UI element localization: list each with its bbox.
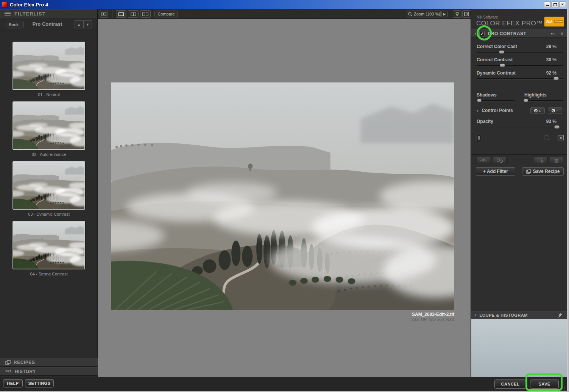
compare-button[interactable]: Compare	[154, 11, 178, 17]
shadows-track[interactable]	[477, 100, 514, 101]
slider-thumb[interactable]	[500, 64, 505, 67]
current-filter-title: Pro Contrast	[23, 21, 72, 27]
preset-thumbnail-dynamic-contrast[interactable]	[12, 161, 85, 210]
slider-value: 29 %	[543, 44, 557, 49]
minimize-button[interactable]	[544, 2, 551, 7]
slider-track[interactable]	[477, 78, 563, 79]
show-panel-button[interactable]	[462, 10, 471, 18]
prev-filter-button[interactable]: ▲	[75, 20, 83, 28]
loupe-histogram-header[interactable]: ▼ LOUPE & HISTOGRAM	[471, 311, 567, 319]
close-button[interactable]: ×	[559, 2, 566, 7]
bottom-bar: HELP SETTINGS CANCEL SAVE	[0, 377, 567, 392]
back-button[interactable]: Back	[4, 21, 23, 28]
filter-settings-panel: Nik Software COLOR EFEX PRO™ 4 Nik Softw…	[471, 9, 567, 377]
settings-button[interactable]: SETTINGS	[25, 379, 54, 387]
slider-label: Correct Color Cast	[477, 44, 517, 49]
recipes-icon	[5, 360, 11, 365]
opacity-thumb[interactable]	[554, 125, 560, 129]
highlights-label: Highlights	[524, 92, 547, 98]
slider-value: 92 %	[543, 70, 557, 76]
photo-preview[interactable]	[111, 82, 454, 310]
preset-thumbnail-auto-enhance[interactable]	[12, 101, 85, 150]
brush-button[interactable]	[477, 157, 490, 164]
single-view-button[interactable]	[116, 10, 126, 18]
lightbulb-button[interactable]	[453, 10, 461, 18]
trash-icon	[550, 157, 563, 164]
slider-label: Dynamic Contrast	[477, 70, 516, 76]
filterlist-header[interactable]: FILTERLIST	[0, 9, 97, 18]
control-points-triangle-icon[interactable]: ▼	[476, 109, 479, 113]
shadows-thumb[interactable]	[477, 99, 482, 102]
brush-icon	[477, 157, 490, 164]
image-canvas[interactable]: SAM_2603-Edit-2.tif 28.0 MP, ISO 100, NX…	[98, 19, 471, 377]
image-filename: SAM_2603-Edit-2.tif	[111, 312, 454, 317]
nik-logo: Nik Software	[544, 17, 564, 26]
preset-thumbnail-neutral[interactable]	[12, 42, 85, 90]
add-control-point-button[interactable]: +	[530, 107, 545, 114]
recipes-label: RECIPES	[14, 360, 35, 365]
save-recipe-button[interactable]: Save Recipe	[522, 167, 564, 176]
loupe-header-label: LOUPE & HISTOGRAM	[479, 313, 527, 317]
app-icon	[2, 2, 8, 8]
filterlist-panel: FILTERLIST Back Pro Contrast ▲ ▼ Search …	[0, 9, 98, 377]
image-fileinfo: 28.0 MP, ISO 100, NX1	[111, 317, 454, 322]
copy-filter-button[interactable]	[534, 157, 547, 164]
preset-thumbnail-strong-contrast[interactable]	[12, 221, 85, 269]
history-bar[interactable]: ≡↺ HISTORY	[0, 367, 98, 376]
single-view-icon	[118, 12, 124, 16]
window-title: Color Efex Pro 4	[10, 2, 48, 8]
remove-filter-icon[interactable]: ×	[560, 31, 563, 36]
opacity-value: 93 %	[543, 119, 557, 124]
shadows-label: Shadows	[477, 92, 497, 98]
filter-menu-icon[interactable]: ▾≡	[551, 32, 555, 36]
recipes-bar[interactable]: RECIPES	[0, 358, 98, 367]
panel-arrow-icon	[101, 12, 106, 16]
highlights-track[interactable]	[524, 100, 563, 101]
history-label: HISTORY	[15, 369, 36, 374]
next-filter-button[interactable]: ▼	[83, 20, 92, 28]
side-by-side-icon	[142, 12, 148, 16]
window-frame-edge	[567, 9, 569, 392]
mask-preview-icon[interactable]	[544, 135, 549, 140]
delete-filter-button[interactable]	[550, 157, 563, 164]
app-window: Color Efex Pro 4 × FILTERLIST Back Pro C…	[0, 0, 569, 392]
slider-track[interactable]	[477, 65, 563, 66]
zoom-control[interactable]: Zoom (100 %)	[406, 11, 441, 17]
copy-icon	[534, 157, 547, 164]
slider-thumb[interactable]	[553, 77, 559, 80]
loupe-preview[interactable]	[471, 319, 567, 377]
highlights-thumb[interactable]	[524, 99, 528, 102]
hide-panel-button[interactable]	[100, 10, 108, 18]
annotation-circle-checkbox	[477, 25, 492, 40]
control-points-row[interactable]: ▼ Control Points	[476, 108, 513, 113]
maximize-button[interactable]	[552, 2, 558, 7]
add-filter-button[interactable]: + Add Filter	[476, 167, 515, 176]
pin-icon[interactable]	[558, 313, 563, 318]
preset-label: 02 - Auto Enhance	[0, 152, 98, 157]
preset-label: 03 - Dynamic Contrast	[0, 212, 98, 216]
slider-track[interactable]	[477, 52, 563, 53]
slider-thumb[interactable]	[499, 50, 504, 54]
menu-icon	[5, 11, 11, 16]
panel-arrow-right-icon	[464, 12, 469, 16]
remove-control-point-button[interactable]: −	[548, 107, 562, 114]
slider-label: Correct Contrast	[477, 57, 513, 62]
zoom-dropdown-button[interactable]: ▶	[441, 11, 447, 17]
side-by-side-view-button[interactable]	[140, 10, 151, 18]
title-bar: Color Efex Pro 4 ×	[0, 0, 568, 9]
help-button[interactable]: HELP	[3, 379, 23, 387]
opacity-track[interactable]	[477, 127, 563, 128]
cancel-button[interactable]: CANCEL	[494, 380, 526, 389]
filter-nav-row: Back Pro Contrast ▲ ▼	[0, 18, 97, 31]
effect-mask-icon[interactable]	[558, 135, 564, 140]
mask-button[interactable]	[493, 157, 507, 164]
annotation-rect-save	[525, 373, 563, 391]
slider-value: 30 %	[543, 57, 557, 62]
filterlist-title: FILTERLIST	[14, 11, 46, 17]
effect-toggle-icon[interactable]	[477, 135, 481, 141]
canvas-toolbar: Compare Zoom (100 %) ▶	[98, 9, 471, 19]
preset-label: 04 - Strong Contrast	[0, 272, 98, 276]
split-view-button[interactable]	[128, 10, 139, 18]
magnifier-icon	[408, 12, 412, 16]
loupe-triangle-icon[interactable]: ▼	[474, 314, 477, 317]
